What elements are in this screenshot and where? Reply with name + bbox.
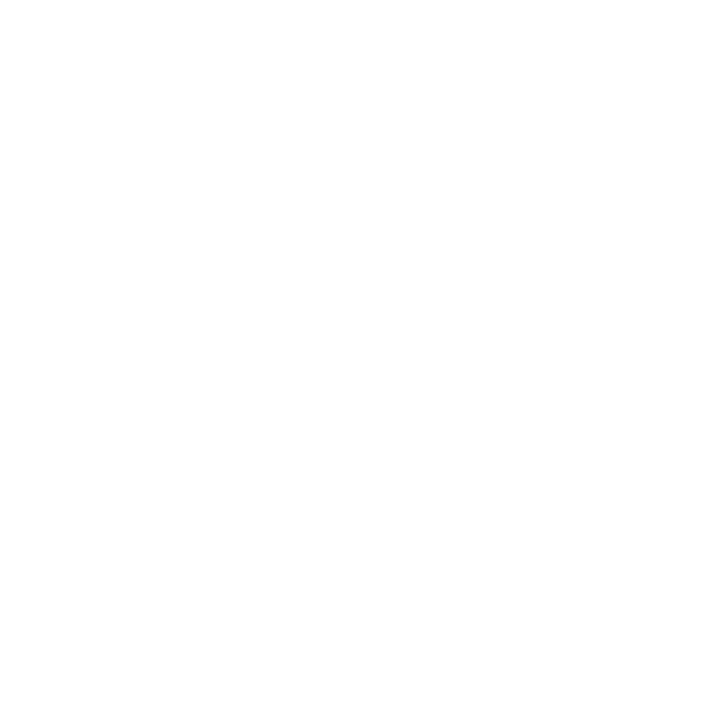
bottleneck-chart [0,0,728,728]
chart-frame [0,0,728,728]
